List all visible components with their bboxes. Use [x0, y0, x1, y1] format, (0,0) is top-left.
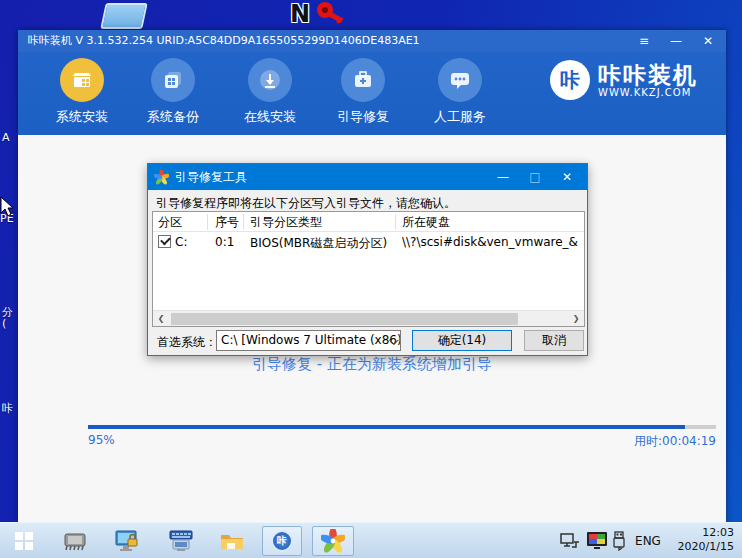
tray-usb-icon[interactable] — [610, 526, 628, 556]
tray-network-icon[interactable] — [558, 526, 582, 556]
tray-language[interactable]: ENG — [632, 526, 664, 556]
column-partition: 分区 — [158, 214, 182, 231]
monitor-lock-icon — [114, 529, 140, 553]
nav-system-backup[interactable]: 系统备份 — [133, 58, 213, 126]
partition-name: C: — [175, 235, 187, 249]
nav-manual-service[interactable]: 人工服务 — [420, 58, 500, 126]
desktop-label-fragment: ( — [2, 317, 6, 330]
dialog-message: 引导修复程序即将在以下分区写入引导文件，请您确认。 — [156, 195, 456, 212]
taskbar-monitor-lock-app[interactable] — [110, 526, 144, 556]
desktop-laptop-icon[interactable] — [100, 3, 148, 29]
start-button[interactable] — [8, 526, 40, 556]
main-window: 咔咔装机 V 3.1.532.254 URID:A5C84DD9A1655055… — [18, 30, 726, 522]
column-disk: 所在硬盘 — [402, 214, 450, 231]
scroll-right-icon[interactable]: ❯ — [568, 311, 584, 327]
desktop-nkey-icon[interactable]: N — [290, 0, 380, 28]
keyboard-monitor-icon — [167, 529, 195, 553]
scroll-left-icon[interactable]: ❮ — [153, 311, 169, 327]
column-type: 引导分区类型 — [250, 214, 322, 231]
desktop-label-fragment: A — [2, 131, 10, 144]
partition-row[interactable]: C: 0:1 BIOS(MBR磁盘启动分区) \\?\scsi#disk&ven… — [153, 233, 584, 253]
memory-chip-icon — [62, 531, 88, 551]
mouse-cursor-icon — [0, 196, 14, 217]
partition-list: 分区 序号 引导分区类型 所在硬盘 C: 0:1 BIOS(MBR磁盘启动分区)… — [152, 211, 585, 327]
ok-button[interactable]: 确定(14) — [412, 330, 512, 351]
cancel-button[interactable]: 取消 — [524, 330, 584, 351]
progress-bar — [88, 425, 716, 429]
desktop-label-fragment: 咔 — [2, 401, 13, 416]
dialog-minimize-icon[interactable]: — — [487, 164, 519, 190]
language-label: ENG — [635, 534, 661, 548]
nav-system-install[interactable]: 系统安装 — [42, 58, 122, 126]
clock-time: 12:03 — [678, 526, 734, 540]
close-icon[interactable]: ✕ — [700, 30, 716, 52]
system-install-icon — [60, 58, 104, 102]
horizontal-scrollbar[interactable]: ❮ ❯ — [153, 310, 584, 326]
partition-index: 0:1 — [215, 235, 234, 249]
nav-label: 系统备份 — [133, 108, 213, 126]
nkey-letter: N — [290, 0, 310, 28]
taskbar: 咔 — [0, 522, 742, 558]
nav-boot-repair[interactable]: 引导修复 — [323, 58, 403, 126]
clock-date: 2020/1/15 — [678, 540, 734, 554]
progress-fill — [88, 425, 685, 429]
brand-url: WWW.KKZJ.COM — [598, 87, 698, 98]
partition-disk: \\?\scsi#disk&ven_vmware_& — [402, 235, 578, 249]
windows-logo-icon — [15, 532, 33, 550]
status-text: 引导修复 - 正在为新装系统增加引导 — [18, 355, 726, 374]
tray-clock[interactable]: 12:03 2020/1/15 — [678, 526, 734, 556]
nav-label: 人工服务 — [420, 108, 500, 126]
brand-logo: 咔 咔咔装机 WWW.KKZJ.COM — [550, 60, 698, 100]
nav-label: 系统安装 — [42, 108, 122, 126]
navbar: 系统安装 系统备份 在线安装 引导修复 人工服务 — [18, 52, 726, 135]
pinwheel-icon — [154, 170, 169, 185]
red-key-icon — [315, 0, 349, 26]
brand-badge-icon: 咔 — [550, 60, 590, 100]
taskbar-folder-app[interactable] — [216, 526, 248, 556]
manual-service-icon — [438, 58, 482, 102]
partition-checkbox[interactable] — [158, 235, 171, 248]
nav-label: 引导修复 — [323, 108, 403, 126]
column-index: 序号 — [215, 214, 239, 231]
dialog-title: 引导修复工具 — [175, 169, 247, 186]
boot-repair-dialog: 引导修复工具 — □ ✕ 引导修复程序即将在以下分区写入引导文件，请您确认。 分… — [147, 163, 588, 356]
menu-icon[interactable]: ≡ — [636, 30, 652, 52]
partition-type: BIOS(MBR磁盘启动分区) — [250, 235, 387, 252]
tray-display-icon[interactable] — [584, 526, 610, 556]
preferred-system-value: C:\ [Windows 7 Ultimate (x86)] — [221, 333, 401, 347]
main-titlebar[interactable]: 咔咔装机 V 3.1.532.254 URID:A5C84DD9A1655055… — [18, 30, 726, 52]
nav-label: 在线安装 — [230, 108, 310, 126]
system-backup-icon — [151, 58, 195, 102]
preferred-system-select[interactable]: C:\ [Windows 7 Ultimate (x86)] — [216, 330, 401, 351]
boot-repair-icon — [341, 58, 385, 102]
folder-icon — [219, 531, 245, 551]
taskbar-chip-app[interactable] — [58, 526, 92, 556]
taskbar-kaka-app[interactable]: 咔 — [262, 526, 302, 556]
taskbar-pinwheel-app[interactable] — [312, 526, 354, 556]
partition-list-header: 分区 序号 引导分区类型 所在硬盘 — [153, 212, 584, 232]
dialog-titlebar[interactable]: 引导修复工具 — □ ✕ — [148, 164, 587, 190]
window-title: 咔咔装机 V 3.1.532.254 URID:A5C84DD9A1655055… — [28, 34, 420, 47]
dialog-close-icon[interactable]: ✕ — [551, 164, 583, 190]
dialog-maximize-icon[interactable]: □ — [519, 164, 551, 190]
online-install-icon — [248, 58, 292, 102]
nav-online-install[interactable]: 在线安装 — [230, 58, 310, 126]
scrollbar-thumb[interactable] — [171, 313, 518, 325]
brand-title: 咔咔装机 — [598, 63, 698, 87]
progress-percent: 95% — [88, 433, 115, 447]
kaka-app-icon: 咔 — [271, 530, 293, 552]
minimize-icon[interactable]: — — [668, 30, 684, 52]
elapsed-time: 用时:00:04:19 — [634, 433, 716, 450]
taskbar-keyboard-app[interactable] — [164, 526, 198, 556]
preferred-system-label: 首选系统： — [157, 334, 217, 351]
pinwheel-icon — [321, 529, 345, 553]
